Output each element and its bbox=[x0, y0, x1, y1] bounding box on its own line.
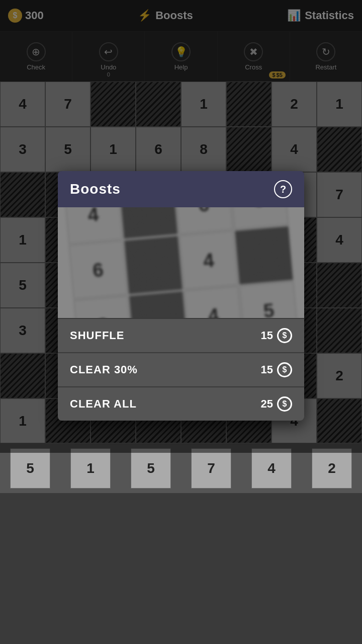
modal-bg-image: 4 6 3 6 4 3 4 5 bbox=[58, 207, 304, 318]
clearall-cost: 25 $ bbox=[261, 396, 292, 412]
shuffle-cost: 15 $ bbox=[261, 328, 292, 343]
bottom-cell-5[interactable]: 2 bbox=[312, 448, 352, 489]
blur-cell-0: 4 bbox=[64, 207, 123, 244]
bottom-cell-1[interactable]: 1 bbox=[70, 448, 111, 489]
shuffle-boost-button[interactable]: SHUFFLE 15 $ bbox=[58, 318, 304, 352]
modal-header: Boosts ? bbox=[58, 171, 304, 207]
bottom-cell-2[interactable]: 5 bbox=[131, 448, 171, 489]
blur-cell-5 bbox=[124, 235, 183, 294]
clear30-coin-icon: $ bbox=[277, 362, 292, 377]
blur-cell-6: 4 bbox=[179, 231, 238, 290]
clear30-label: CLEAR 30% bbox=[70, 363, 138, 376]
clearall-coin-icon: $ bbox=[277, 396, 292, 412]
shuffle-label: SHUFFLE bbox=[70, 329, 124, 342]
help-icon: ? bbox=[280, 184, 286, 195]
modal-title: Boosts bbox=[70, 181, 121, 197]
clearall-boost-button[interactable]: CLEAR ALL 25 $ bbox=[58, 386, 304, 421]
clear30-boost-button[interactable]: CLEAR 30% 15 $ bbox=[58, 352, 304, 386]
bottom-cell-0[interactable]: 5 bbox=[10, 448, 50, 489]
bottom-cell-3[interactable]: 7 bbox=[191, 448, 231, 489]
clearall-label: CLEAR ALL bbox=[70, 397, 137, 411]
clearall-cost-value: 25 bbox=[261, 397, 273, 411]
clear30-cost-value: 15 bbox=[261, 363, 273, 376]
boosts-modal: Boosts ? 4 6 3 6 4 3 4 5 S bbox=[58, 171, 304, 421]
blur-cell-1 bbox=[119, 207, 178, 239]
bottom-cell-4[interactable]: 4 bbox=[251, 448, 292, 489]
blur-cell-3: 3 bbox=[230, 207, 289, 229]
help-button[interactable]: ? bbox=[274, 180, 292, 198]
clear30-cost: 15 $ bbox=[261, 362, 292, 377]
shuffle-coin-icon: $ bbox=[277, 328, 292, 343]
blur-cell-10: 4 bbox=[184, 286, 243, 318]
blur-cell-7 bbox=[234, 226, 293, 285]
blur-cell-11: 5 bbox=[239, 281, 298, 318]
blur-cell-2: 6 bbox=[174, 207, 233, 234]
blur-cell-8: 3 bbox=[73, 296, 132, 318]
blur-cell-9 bbox=[129, 291, 188, 318]
shuffle-cost-value: 15 bbox=[261, 329, 273, 342]
blur-cell-4: 6 bbox=[69, 240, 128, 299]
blur-grid: 4 6 3 6 4 3 4 5 bbox=[64, 207, 298, 318]
modal-overlay[interactable]: Boosts ? 4 6 3 6 4 3 4 5 S bbox=[0, 0, 362, 453]
